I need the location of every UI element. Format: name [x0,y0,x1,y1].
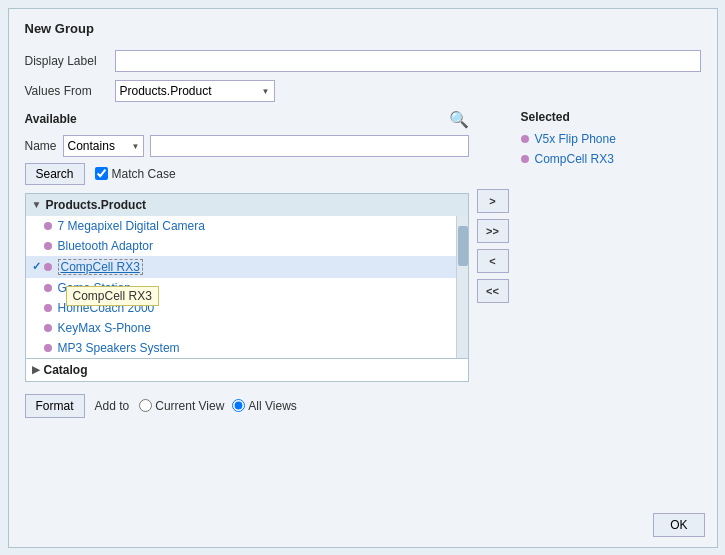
list-item[interactable]: Bluetooth Adaptor [26,236,456,256]
catalog-triangle-icon: ▶ [32,364,40,375]
list-content: 7 Megapixel Digital Camera Bluetooth Ada… [26,216,456,358]
left-panel: Available 🔍 Name Contains Starts With En… [25,110,469,382]
item-wrapper-5: HomeCoach 2000 [26,298,456,318]
checkmark-icon: ✓ [32,260,41,273]
format-button[interactable]: Format [25,394,85,418]
filter-select[interactable]: Contains Starts With Ends With Equals [63,135,144,157]
bottom-bar: Format Add to Current View All Views [25,394,701,418]
filter-label: Name [25,139,57,153]
available-section-header: Available 🔍 [25,110,469,129]
right-panel: Selected V5x Flip Phone CompCell RX3 [521,110,701,382]
dot-icon [521,135,529,143]
catalog-group-header[interactable]: ▶ Catalog [26,358,468,381]
item-wrapper-3: ✓ CompCell RX3 CompCell RX3 [26,256,456,278]
values-from-select-wrapper: Products.Product [115,80,275,102]
item-wrapper-1: 7 Megapixel Digital Camera [26,216,456,236]
list-item[interactable]: HomeCoach 2000 [26,298,456,318]
scrollbar[interactable] [456,216,468,358]
search-button[interactable]: Search [25,163,85,185]
filter-row: Name Contains Starts With Ends With Equa… [25,135,469,157]
dialog-title: New Group [25,21,701,36]
match-case-checkbox[interactable] [95,167,108,180]
display-label-row: Display Label [25,50,701,72]
match-case-label: Match Case [112,167,176,181]
dot-icon [521,155,529,163]
transfer-buttons: > >> < << [477,110,513,382]
current-view-option[interactable]: Current View [139,399,224,413]
list-item[interactable]: MP3 Speakers System [26,338,456,358]
search-row: Search Match Case [25,163,469,185]
available-list-container: ▼ Products.Product 7 Megapixel Digital C… [25,193,469,382]
list-item[interactable]: KeyMax S-Phone [26,318,456,338]
selected-item: V5x Flip Phone [521,132,701,146]
move-all-right-button[interactable]: >> [477,219,509,243]
values-from-label: Values From [25,84,115,98]
list-item[interactable]: Game Station [26,278,456,298]
match-case-row: Match Case [95,167,176,181]
main-content: Available 🔍 Name Contains Starts With En… [25,110,701,382]
list-item[interactable]: 7 Megapixel Digital Camera [26,216,456,236]
values-from-select[interactable]: Products.Product [115,80,275,102]
available-label: Available [25,112,77,126]
move-left-button[interactable]: < [477,249,509,273]
dot-icon [44,284,52,292]
all-views-option[interactable]: All Views [232,399,296,413]
list-item-compcell[interactable]: ✓ CompCell RX3 [26,256,456,278]
add-to-label: Add to [95,399,130,413]
move-all-left-button[interactable]: << [477,279,509,303]
new-group-dialog: New Group Display Label Values From Prod… [8,8,718,548]
item-wrapper-2: Bluetooth Adaptor [26,236,456,256]
move-right-button[interactable]: > [477,189,509,213]
selected-header: Selected [521,110,701,124]
values-from-row: Values From Products.Product [25,80,701,102]
item-wrapper-4: Game Station [26,278,456,298]
display-label-input[interactable] [115,50,701,72]
selected-item: CompCell RX3 [521,152,701,166]
dot-icon [44,324,52,332]
radio-group: Current View All Views [139,399,297,413]
filter-input[interactable] [150,135,469,157]
dot-icon [44,242,52,250]
item-wrapper-7: MP3 Speakers System [26,338,456,358]
scrollbar-thumb [458,226,468,266]
list-scroll-container: 7 Megapixel Digital Camera Bluetooth Ada… [26,216,468,358]
products-triangle-icon: ▼ [32,199,42,210]
selected-list: V5x Flip Phone CompCell RX3 [521,132,701,166]
filter-select-wrapper: Contains Starts With Ends With Equals [63,135,144,157]
search-magnify-button[interactable]: 🔍 [449,110,469,129]
ok-button[interactable]: OK [653,513,704,537]
dot-icon [44,304,52,312]
products-group-header[interactable]: ▼ Products.Product [26,194,468,216]
all-views-radio[interactable] [232,399,245,412]
dot-icon [44,263,52,271]
item-wrapper-6: KeyMax S-Phone [26,318,456,338]
current-view-label: Current View [155,399,224,413]
all-views-label: All Views [248,399,296,413]
dot-icon [44,222,52,230]
catalog-group-label: Catalog [44,363,88,377]
current-view-radio[interactable] [139,399,152,412]
products-group-label: Products.Product [45,198,146,212]
dot-icon [44,344,52,352]
display-label-label: Display Label [25,54,115,68]
